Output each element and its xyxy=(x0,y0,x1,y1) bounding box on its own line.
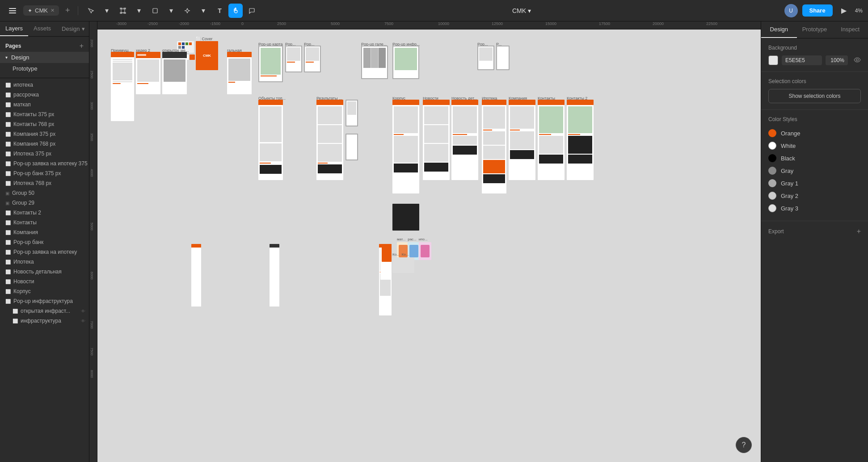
frame-popup-infr[interactable] xyxy=(392,46,419,79)
mobile2-frame-6[interactable] xyxy=(270,244,279,307)
layer-item-21[interactable]: ⬜ Корпус xyxy=(0,286,89,296)
frame-news-det[interactable] xyxy=(451,100,478,180)
frame-header2[interactable] xyxy=(136,52,160,94)
frame-popup-gal2[interactable] xyxy=(346,100,358,126)
layer-item-5[interactable]: ⬜ Компания 375 px xyxy=(0,129,89,139)
frame-popup-gal3[interactable] xyxy=(346,134,358,160)
frame-news[interactable] xyxy=(423,100,450,180)
text-tool[interactable]: T xyxy=(212,4,227,18)
color-style-white[interactable]: White xyxy=(768,139,861,152)
color-style-gray2[interactable]: Gray 2 xyxy=(768,189,861,202)
layer-item-0[interactable]: ⬜ ипотека xyxy=(0,80,89,90)
frame-popup-karta[interactable] xyxy=(258,46,283,82)
canvas-area[interactable]: -3000 -2500 -2000 -1500 0 2500 5000 7500… xyxy=(89,21,761,462)
layer-item-2[interactable]: ⬜ маткап xyxy=(0,100,89,109)
cover-frame[interactable]: CMK xyxy=(196,41,218,70)
color-style-gray[interactable]: Gray xyxy=(768,164,861,177)
layer-item-4[interactable]: ⬜ Контакты 768 px xyxy=(0,119,89,129)
frame-popup-tr[interactable] xyxy=(477,46,494,70)
tab-prototype[interactable]: Prototype xyxy=(797,21,833,38)
layer-item-24[interactable]: ⬜ инфраструктура 👁 xyxy=(0,316,89,326)
active-tab[interactable]: ✦ CMK ✕ xyxy=(23,5,59,16)
tab-layers[interactable]: Layers xyxy=(0,21,28,36)
frame-popup-tr2[interactable] xyxy=(496,46,510,70)
frame-popup-gal[interactable] xyxy=(361,46,388,79)
shape-tool-dropdown[interactable]: ▾ xyxy=(164,4,178,18)
visibility-icon[interactable]: 👁 xyxy=(81,309,85,314)
frame-contacts[interactable] xyxy=(538,100,565,180)
white-label: White xyxy=(781,143,796,149)
bg-opacity-input[interactable] xyxy=(826,55,848,65)
tab-add-icon[interactable]: + xyxy=(63,6,73,15)
tab-inspect[interactable]: Inspect xyxy=(832,21,868,38)
visibility-toggle[interactable] xyxy=(854,57,861,64)
color-style-black[interactable]: Black xyxy=(768,152,861,164)
layer-item-1[interactable]: ⬜ рассрочка xyxy=(0,90,89,100)
frame-comp[interactable] xyxy=(509,100,535,180)
layer-item-22[interactable]: ⬜ Pop-up инфраструктура xyxy=(0,296,89,306)
pages-add-icon[interactable]: + xyxy=(80,42,84,50)
canvas-content[interactable]: .mini-frame { position: absolute; backgr… xyxy=(97,29,761,462)
play-icon[interactable]: ▶ xyxy=(837,4,851,17)
color-style-gray1[interactable]: Gray 1 xyxy=(768,177,861,189)
help-button[interactable]: ? xyxy=(736,437,752,453)
pen-tool[interactable] xyxy=(180,4,194,18)
color-style-gray3[interactable]: Gray 3 xyxy=(768,202,861,214)
tab-design-right[interactable]: Design xyxy=(761,21,797,38)
layer-item-9[interactable]: ⬜ Pop-up банк 375 px xyxy=(0,168,89,178)
shape-tool[interactable] xyxy=(148,4,162,18)
move-tool[interactable] xyxy=(84,4,98,18)
frame-tool-dropdown[interactable]: ▾ xyxy=(132,4,146,18)
layer-item-14[interactable]: ⬜ Контакты xyxy=(0,218,89,227)
layer-item-group50[interactable]: ▣ Group 50 xyxy=(0,188,89,198)
pen-tool-dropdown[interactable]: ▾ xyxy=(196,4,211,18)
orange-block[interactable] xyxy=(382,244,392,262)
share-button[interactable]: Share xyxy=(802,4,833,17)
visibility-icon[interactable]: 👁 xyxy=(81,319,85,323)
mobile-frame-16[interactable] xyxy=(191,244,201,307)
frame-open[interactable] xyxy=(162,52,187,94)
layer-item-3[interactable]: ⬜ Контакты 375 px xyxy=(0,109,89,119)
tab-design-left[interactable]: Design ▾ xyxy=(56,22,90,36)
layer-item-23[interactable]: ⬜ открытая инфраст... 👁 xyxy=(0,306,89,316)
frame-preimush[interactable] xyxy=(111,52,134,121)
layer-item-19[interactable]: ⬜ Новость детальная xyxy=(0,267,89,277)
export-add-icon[interactable]: + xyxy=(857,227,861,235)
small-frame-3[interactable] xyxy=(190,55,195,60)
layer-item-17[interactable]: ⬜ Pop-up заявка на ипотеку xyxy=(0,247,89,257)
layer-item-15[interactable]: ⬜ Компания xyxy=(0,227,89,237)
color-style-orange[interactable]: Orange xyxy=(768,127,861,139)
layer-item-20[interactable]: ⬜ Новости xyxy=(0,277,89,286)
frame-korpus[interactable] xyxy=(392,100,419,193)
frame-popup2[interactable] xyxy=(285,46,302,72)
layer-item-16[interactable]: ⬜ Pop-up банк xyxy=(0,237,89,247)
comment-tool[interactable] xyxy=(244,4,259,18)
frame-popup3[interactable] xyxy=(304,46,321,72)
page-item-design[interactable]: ▾ Design xyxy=(0,52,89,63)
layer-item-13[interactable]: ⬜ Контакты 2 xyxy=(0,208,89,218)
tab-assets[interactable]: Assets xyxy=(28,21,56,36)
frame-contacts2[interactable] xyxy=(567,100,594,180)
frame-tool[interactable] xyxy=(116,4,130,18)
frame-ipot768[interactable] xyxy=(482,100,506,193)
bg-color-swatch[interactable] xyxy=(768,55,778,65)
hand-tool[interactable] xyxy=(228,4,243,18)
project-title[interactable]: CMK ▾ xyxy=(512,7,531,14)
frame-icon: ⬜ xyxy=(5,142,11,147)
layer-item-group29[interactable]: ▣ Group 29 xyxy=(0,198,89,208)
layer-item-6[interactable]: ⬜ Компания 768 px xyxy=(0,139,89,149)
layer-item-7[interactable]: ⬜ Ипотека 375 px xyxy=(0,149,89,159)
show-selection-colors-button[interactable]: Show selection colors xyxy=(768,89,861,103)
layer-item-18[interactable]: ⬜ Ипотека xyxy=(0,257,89,267)
frame-gal[interactable] xyxy=(227,52,252,94)
layer-item-10[interactable]: ⬜ Ипотека 768 px xyxy=(0,178,89,188)
menu-icon[interactable] xyxy=(5,4,20,18)
frame-obj[interactable] xyxy=(258,100,283,180)
layer-item-8[interactable]: ⬜ Pop-up заявка на ипотеку 375 px xyxy=(0,159,89,168)
page-item-prototype[interactable]: Prototype xyxy=(0,63,89,74)
move-tool-dropdown[interactable]: ▾ xyxy=(100,4,114,18)
bg-hex-input[interactable] xyxy=(782,55,822,65)
frame-result[interactable] xyxy=(316,100,343,180)
tab-close-icon[interactable]: ✕ xyxy=(51,8,55,13)
layers-section[interactable]: ⬜ ипотека ⬜ рассрочка ⬜ маткап ⬜ Контакт… xyxy=(0,78,89,462)
